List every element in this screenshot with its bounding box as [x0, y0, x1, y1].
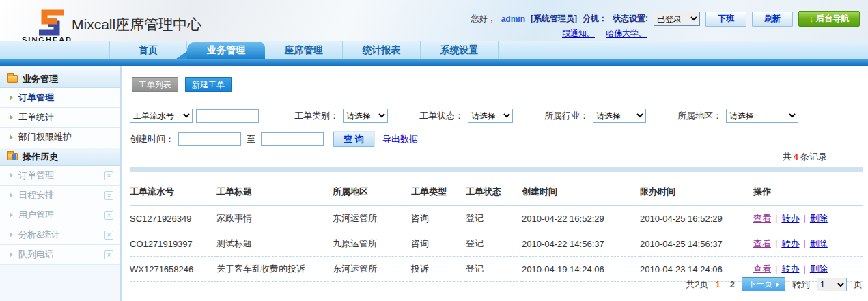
new-worksheet-tab[interactable]: 新建工单 [185, 77, 232, 92]
view-link[interactable]: 查看 [753, 263, 771, 274]
category-label: 工单类别： [294, 110, 339, 122]
created-from-input[interactable] [178, 132, 241, 146]
nav-tab[interactable]: 首页 [109, 41, 187, 59]
column-header: 工单类型 [411, 172, 466, 205]
goto-page-select[interactable]: 1 [817, 278, 847, 291]
folder-history-icon [7, 153, 18, 160]
sidebar-item[interactable]: 工单统计 [0, 108, 120, 128]
sidebar-item[interactable]: 日程安排× [0, 186, 120, 205]
arrow-right-icon [10, 212, 13, 218]
app-title: Mixcall座席管理中心 [72, 15, 201, 34]
username-link[interactable]: admin [501, 14, 525, 24]
record-count: 共4条记录 [130, 151, 863, 163]
notice-link[interactable]: 哈佛大学。 [606, 28, 647, 40]
serial-field-select[interactable]: 工单流水号 [130, 109, 193, 123]
nav-tab[interactable]: 业务管理 [187, 42, 265, 59]
region-select[interactable]: 请选择 [726, 109, 798, 123]
cell-region: 九原运管所 [333, 231, 411, 257]
action-separator: | [799, 238, 809, 248]
table-row: SC1271926349家政事情东河运管所咨询登记2010-04-22 16:5… [130, 205, 863, 231]
cell-type: 咨询 [411, 231, 466, 257]
record-count-number: 4 [792, 152, 800, 162]
close-icon[interactable]: × [104, 211, 113, 220]
filter-row-2: 创建时间： 至 查 询 导出数据 [130, 132, 863, 147]
status-filter-select[interactable]: 请选择 [468, 109, 513, 123]
page-number[interactable]: 2 [730, 279, 735, 289]
action-separator: | [799, 213, 809, 223]
table-header: 工单流水号工单标题所属地区工单类型工单状态创建时间限办时间操作 [130, 172, 863, 205]
sidebar-item[interactable]: 分析&统计× [0, 225, 120, 245]
status-select[interactable]: 已登录 [654, 12, 700, 26]
transfer-link[interactable]: 转办 [781, 238, 799, 248]
sidebar-item-label: 订单管理 [18, 169, 99, 182]
close-icon[interactable]: × [104, 231, 113, 240]
filter-row-1: 工单流水号 工单类别： 请选择 工单状态： 请选择 所属行业： 请选择 所属地区… [130, 109, 863, 123]
nav-tab[interactable]: 座席管理 [265, 41, 343, 59]
sidebar-item[interactable]: 订单管理× [0, 166, 120, 186]
worksheet-table: 工单流水号工单标题所属地区工单类型工单状态创建时间限办时间操作 SC127192… [130, 172, 863, 282]
sidebar-section-header[interactable]: 业务管理 [0, 70, 120, 88]
backend-nav-label: 后台导航 [816, 13, 849, 25]
close-icon[interactable]: × [104, 191, 113, 200]
singhead-s-logo [33, 7, 68, 37]
next-page-button[interactable]: 下一页 [742, 277, 785, 291]
nav-tab[interactable]: 系统设置 [421, 41, 499, 59]
page-numbers: 12 [716, 279, 735, 289]
pagination: 共2页 12 下一页 转到 1 页 [686, 277, 863, 291]
search-button[interactable]: 查 询 [333, 132, 374, 147]
off-duty-button[interactable]: 下班 [705, 12, 746, 27]
record-count-suffix: 条记录 [800, 152, 827, 162]
view-link[interactable]: 查看 [753, 213, 771, 223]
backend-nav-button[interactable]: ↓ 后台导航 [798, 11, 860, 27]
cell-serial: CO1271919397 [130, 231, 216, 257]
nav-tab[interactable]: 统计报表 [343, 41, 421, 59]
close-icon[interactable]: × [104, 250, 113, 259]
total-pages-label: 共2页 [686, 278, 708, 291]
content-panel: 工单列表 新建工单 工单流水号 工单类别： 请选择 工单状态： 请选择 所属行业… [122, 66, 868, 301]
category-select[interactable]: 请选择 [343, 109, 388, 123]
arrow-right-icon [10, 134, 13, 140]
serial-input[interactable] [196, 109, 259, 123]
cell-title: 家政事情 [216, 205, 333, 231]
close-icon[interactable]: × [104, 171, 113, 180]
delete-link[interactable]: 删除 [810, 263, 828, 274]
column-header: 限办时间 [640, 172, 753, 205]
goto-label: 转到 [792, 278, 810, 291]
cell-type: 咨询 [411, 205, 466, 231]
export-data-link[interactable]: 导出数据 [382, 133, 418, 145]
main-nav: 首页业务管理座席管理统计报表系统设置 [0, 41, 868, 59]
folder-open-icon [7, 75, 18, 83]
industry-select[interactable]: 请选择 [593, 109, 646, 123]
sidebar-section-title: 操作历史 [23, 151, 58, 163]
sidebar-item[interactable]: 队列电话× [0, 245, 120, 265]
sidebar-section-header[interactable]: 操作历史 [0, 147, 120, 166]
section-separator [130, 167, 863, 172]
action-separator: | [771, 238, 781, 248]
refresh-button[interactable]: 刷新 [752, 12, 793, 27]
transfer-link[interactable]: 转办 [781, 213, 799, 223]
transfer-link[interactable]: 转办 [781, 263, 799, 274]
cell-region: 东河运管所 [333, 257, 411, 282]
column-header: 操作 [753, 172, 863, 205]
body-row: 业务管理订单管理工单统计部门权限维护操作历史订单管理×日程安排×用户管理×分析&… [0, 66, 868, 301]
cell-status: 登记 [466, 231, 522, 257]
user-role: [系统管理员] [531, 13, 577, 25]
column-header: 创建时间 [522, 172, 640, 205]
cell-title: 测试标题 [216, 231, 333, 257]
action-separator: | [771, 263, 781, 274]
status-setting-label: 状态设置: [613, 13, 648, 25]
down-arrow-icon: ↓ [809, 14, 814, 23]
cell-title: 关于客车乱收费的投诉 [216, 257, 333, 282]
notice-link[interactable]: 叚通知。 [562, 28, 595, 40]
notice-links: 叚通知。 哈佛大学。 [562, 28, 647, 40]
sidebar-item[interactable]: 订单管理 [0, 88, 120, 108]
created-to-input[interactable] [261, 132, 324, 146]
worksheet-list-tab[interactable]: 工单列表 [132, 77, 178, 92]
cell-created: 2010-04-19 14:24:06 [522, 257, 640, 282]
sidebar-item[interactable]: 用户管理× [0, 205, 120, 225]
delete-link[interactable]: 删除 [810, 213, 828, 223]
view-link[interactable]: 查看 [753, 238, 771, 248]
sidebar-item[interactable]: 部门权限维护 [0, 128, 120, 147]
page-number[interactable]: 1 [716, 279, 720, 289]
delete-link[interactable]: 删除 [810, 238, 828, 248]
